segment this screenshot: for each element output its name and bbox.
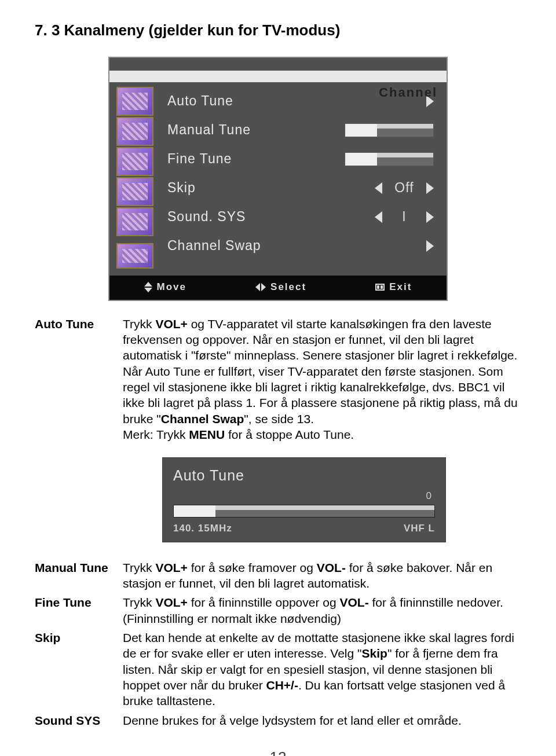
osd-icon <box>116 243 153 269</box>
auto-tune-count: 0 <box>426 490 431 502</box>
osd-channel-menu: Channel Auto Tune Manual Tune Fine Tune <box>108 57 448 301</box>
definition-fine-tune: Fine Tune Trykk VOL+ for å fininnstille … <box>35 594 521 626</box>
definition-skip: Skip Det kan hende at enkelte av de mott… <box>35 630 521 709</box>
up-icon <box>144 282 152 287</box>
definition-term: Skip <box>35 630 123 709</box>
definition-sound-sys: Sound SYS Denne brukes for å velge lydsy… <box>35 713 521 728</box>
definition-body: Denne brukes for å velge lydsystem for e… <box>123 713 521 728</box>
hint-label: Select <box>270 281 306 293</box>
section-heading: 7. 3 Kanalmeny (gjelder kun for TV-modus… <box>35 21 521 41</box>
left-icon <box>255 283 260 291</box>
definition-term: Fine Tune <box>35 594 123 626</box>
page-number: 12 <box>35 748 521 756</box>
chevron-left-icon <box>375 182 382 194</box>
definition-term: Manual Tune <box>35 560 123 592</box>
auto-tune-popup: Auto Tune 0 140. 15MHz VHF L <box>162 457 446 542</box>
osd-icon <box>116 207 153 236</box>
chevron-right-icon <box>426 240 434 252</box>
osd-top-bar: Channel <box>109 58 447 82</box>
definition-body: Trykk VOL+ for å fininnstille oppover og… <box>123 594 521 626</box>
osd-item-label: Auto Tune <box>167 93 283 110</box>
osd-category-icons <box>116 87 157 269</box>
auto-tune-title: Auto Tune <box>173 466 435 485</box>
hint-label: Move <box>157 281 186 293</box>
osd-item-label: Fine Tune <box>167 151 283 168</box>
osd-item-channel-swap[interactable]: Channel Swap <box>167 232 440 260</box>
down-icon <box>144 288 152 292</box>
osd-item-manual-tune[interactable]: Manual Tune <box>167 116 440 145</box>
osd-item-value: Off <box>393 179 416 197</box>
auto-tune-band: VHF L <box>404 522 435 535</box>
osd-item-skip[interactable]: Skip Off <box>167 174 440 203</box>
osd-item-sound-sys[interactable]: Sound. SYS I <box>167 203 440 232</box>
osd-icon <box>116 87 153 116</box>
chevron-right-icon <box>426 211 434 223</box>
definition-term: Sound SYS <box>35 713 123 728</box>
osd-icon <box>116 177 153 206</box>
osd-footer: Move Select Exit <box>109 270 447 300</box>
osd-menu-list: Auto Tune Manual Tune Fine Tune Skip Off <box>157 87 440 269</box>
definition-auto-tune: Auto Tune Trykk VOL+ og TV-apparatet vil… <box>35 316 521 442</box>
definition-manual-tune: Manual Tune Trykk VOL+ for å søke framov… <box>35 560 521 592</box>
chevron-left-icon <box>375 211 382 223</box>
osd-title: Channel <box>379 85 437 101</box>
osd-item-label: Sound. SYS <box>167 208 283 226</box>
progress-bar <box>345 123 434 137</box>
chevron-right-icon <box>426 182 434 194</box>
definition-body: Trykk VOL+ for å søke framover og VOL- f… <box>123 560 521 592</box>
osd-icon <box>116 147 153 176</box>
hint-move: Move <box>144 281 186 293</box>
osd-item-label: Channel Swap <box>167 237 283 255</box>
definition-body: Det kan hende at enkelte av de mottatte … <box>123 630 521 709</box>
auto-tune-frequency: 140. 15MHz <box>173 522 232 535</box>
hint-select: Select <box>255 281 306 293</box>
definition-term: Auto Tune <box>35 316 123 442</box>
hint-exit: Exit <box>375 281 412 293</box>
osd-item-fine-tune[interactable]: Fine Tune <box>167 145 440 174</box>
auto-tune-progress <box>173 505 435 518</box>
osd-item-label: Skip <box>167 179 283 197</box>
definition-body: Trykk VOL+ og TV-apparatet vil starte ka… <box>123 316 521 442</box>
osd-icon <box>116 117 153 146</box>
hint-label: Exit <box>389 281 412 293</box>
right-icon <box>261 283 266 291</box>
exit-icon <box>375 284 385 291</box>
progress-bar <box>345 152 434 166</box>
osd-item-value: I <box>393 208 416 226</box>
osd-item-label: Manual Tune <box>167 122 283 139</box>
